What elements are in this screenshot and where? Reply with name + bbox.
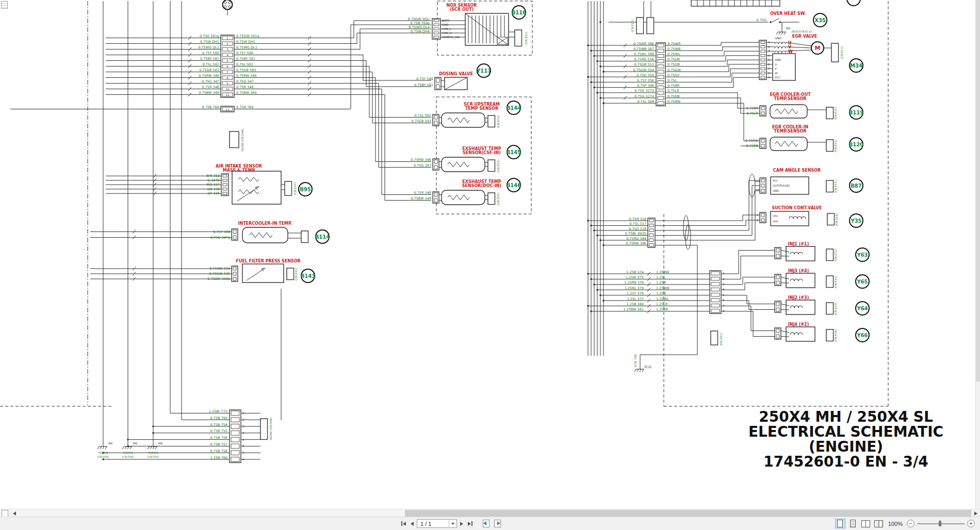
label: DOSING VALVE	[439, 72, 473, 76]
panel-toggle-icon[interactable]	[1, 1, 8, 9]
previous-view-button[interactable]	[481, 519, 491, 528]
shape	[434, 115, 437, 119]
shape	[434, 20, 439, 22]
wire	[720, 51, 759, 56]
label: 0.75G 347	[236, 79, 254, 84]
scroll-right-button[interactable]	[972, 509, 980, 517]
cooler-temp-sensor-body	[770, 105, 807, 118]
h-scroll-thumb[interactable]	[405, 510, 971, 517]
wire	[721, 311, 775, 337]
zoom-out-button[interactable]: −	[907, 520, 914, 527]
partial-round-connector	[223, 0, 233, 15]
h-scroll-track[interactable]	[20, 509, 971, 517]
junction-dot	[587, 76, 589, 78]
connector-label: (CN.E54)	[497, 160, 500, 172]
shape	[761, 139, 764, 142]
label: YA2AK1	[97, 451, 108, 454]
viewer-toolbar: 1 / 1 100% − +	[0, 517, 980, 530]
v-scroll-thumb[interactable]	[976, 0, 980, 382]
label: 0.75GW 501g	[236, 34, 259, 38]
label: 1.25BW 381	[623, 307, 644, 311]
continuous-view-button[interactable]	[848, 519, 858, 528]
single-page-view-button[interactable]	[835, 519, 845, 528]
wire	[279, 78, 431, 162]
scroll-left-button[interactable]	[10, 509, 19, 517]
junction-dot	[602, 244, 604, 246]
connector	[760, 138, 766, 148]
label: 0.75BR	[667, 84, 680, 88]
shape	[436, 78, 439, 82]
label: 1.25L	[656, 275, 665, 279]
connector-label: (CN.E31)	[834, 249, 837, 261]
shape	[761, 189, 764, 192]
vertical-scrollbar[interactable]	[975, 0, 980, 509]
zoom-slider-thumb[interactable]	[939, 521, 941, 526]
label: 0.75LR	[746, 111, 758, 115]
wire	[784, 32, 786, 35]
two-page-view-button[interactable]	[861, 519, 871, 528]
junction-dot	[596, 92, 598, 93]
wire	[721, 295, 775, 304]
label: 0.75GB 583	[200, 68, 219, 72]
shape	[658, 65, 664, 68]
label: 0.75BY 581	[236, 57, 255, 61]
connector	[775, 301, 781, 312]
label: 0.75GW 501i	[408, 17, 430, 21]
first-page-button[interactable]	[400, 520, 407, 527]
horizontal-scrollbar-row	[0, 509, 980, 517]
shape	[831, 43, 839, 62]
junction-dot	[102, 458, 104, 460]
shape	[761, 76, 765, 79]
shape	[233, 236, 236, 239]
shape	[658, 49, 664, 52]
label: 0.75G 327d	[634, 89, 654, 93]
shape	[230, 131, 239, 148]
ref-Y63: Y63	[856, 248, 869, 261]
junction-dot	[596, 60, 598, 62]
wire	[634, 369, 636, 372]
zoom-slider[interactable]	[917, 520, 965, 527]
connector	[433, 192, 439, 203]
shape	[434, 198, 437, 202]
wire	[155, 446, 157, 449]
zoom-level: 100%	[888, 521, 903, 527]
previous-page-button[interactable]	[409, 521, 415, 527]
connector-grid	[260, 419, 268, 440]
label: 6	[226, 65, 228, 68]
shape	[287, 268, 294, 280]
wire	[779, 32, 780, 35]
label: 2	[723, 277, 725, 280]
label: B143	[301, 273, 316, 279]
shape	[658, 54, 664, 57]
connector	[760, 178, 766, 193]
label: 0.75G 347	[202, 79, 219, 84]
next-page-button[interactable]	[459, 521, 465, 527]
connector-grid	[488, 115, 495, 127]
coil-symbol	[775, 46, 786, 48]
connector-grid	[285, 181, 292, 195]
wire	[97, 446, 99, 449]
document-canvas[interactable]: 250X4 MH / 250X4 SL ELECTRICAL SCHEMATIC…	[0, 0, 976, 509]
page-number-input[interactable]: 1 / 1	[417, 519, 457, 528]
label: 0.75L 582	[202, 62, 219, 67]
label: TEMP.SENSOR	[774, 96, 807, 101]
shape	[826, 249, 834, 261]
last-page-button[interactable]	[466, 520, 474, 527]
ref-Y64: Y64	[856, 302, 869, 315]
shape	[761, 184, 764, 187]
wire	[781, 256, 789, 257]
page-dropdown-button[interactable]	[449, 520, 456, 527]
label: 1	[723, 272, 725, 275]
zoom-in-button[interactable]: +	[967, 520, 975, 527]
connector-grid	[826, 329, 834, 341]
book-view-button[interactable]	[874, 519, 884, 528]
junction-dot	[599, 294, 601, 296]
label: 1.25BR	[656, 307, 668, 311]
label: 7	[723, 304, 725, 307]
connector-grid	[515, 30, 522, 46]
label: 1.25B 380	[627, 302, 644, 306]
next-view-button[interactable]	[493, 519, 502, 528]
label: (CN.D54)	[122, 455, 134, 458]
label: GND	[775, 37, 781, 40]
shape	[761, 72, 765, 75]
